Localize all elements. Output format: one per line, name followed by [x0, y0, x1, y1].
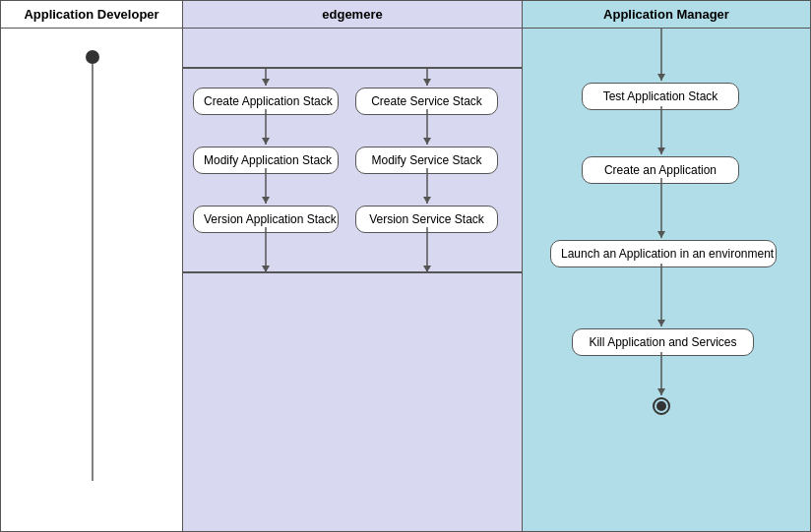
svg-marker-28 [657, 388, 665, 395]
version-service-stack-box: Version Service Stack [355, 206, 498, 233]
modify-service-stack-box: Modify Service Stack [355, 147, 498, 174]
svg-marker-5 [262, 138, 270, 145]
lane-edgemere-header: edgemere [183, 1, 522, 29]
svg-marker-17 [423, 266, 431, 272]
lane-edgemere-body: Create Application Stack Modify Applicat… [183, 29, 522, 531]
svg-marker-7 [262, 197, 270, 204]
app-dev-arrows [1, 29, 182, 531]
lane-app-manager: Application Manager Test Application Sta… [523, 1, 810, 531]
modify-app-stack-box: Modify Application Stack [193, 147, 339, 174]
svg-marker-15 [423, 197, 431, 204]
svg-marker-22 [657, 148, 665, 154]
test-app-stack-box: Test Application Stack [582, 83, 739, 110]
svg-marker-24 [657, 231, 665, 238]
kill-application-box: Kill Application and Services [572, 328, 754, 356]
svg-marker-20 [657, 74, 665, 81]
lane-app-developer-header: Application Developer [1, 1, 182, 29]
end-circle-inner [656, 401, 666, 411]
svg-marker-13 [423, 138, 431, 145]
lane-app-manager-body: Test Application Stack Create an Applica… [523, 29, 810, 531]
svg-marker-11 [423, 79, 431, 86]
create-app-stack-box: Create Application Stack [193, 88, 339, 115]
lane-app-developer: Application Developer [1, 1, 183, 531]
svg-marker-9 [262, 266, 270, 272]
diagram: Application Developer edgemere Create Ap… [0, 0, 811, 532]
create-service-stack-box: Create Service Stack [355, 88, 498, 115]
version-app-stack-box: Version Application Stack [193, 206, 339, 233]
svg-marker-26 [657, 320, 665, 326]
create-application-box: Create an Application [582, 156, 739, 184]
end-circle [653, 397, 670, 415]
lane-edgemere: edgemere Create Application Stack Modify… [183, 1, 523, 531]
svg-marker-3 [262, 79, 270, 86]
lane-app-manager-header: Application Manager [523, 1, 810, 29]
lane-app-developer-body [1, 29, 182, 531]
launch-application-box: Launch an Application in an environment [550, 240, 777, 267]
start-circle [86, 50, 99, 64]
